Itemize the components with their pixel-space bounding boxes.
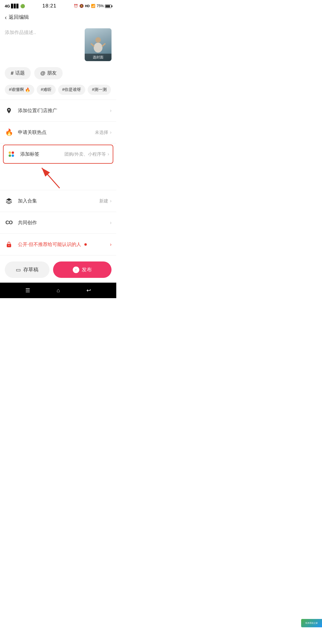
join-collection-menu-item[interactable]: 加入合集 新建 › [0,191,116,210]
status-right: ⏰ 🔕 HD 📶 75% [74,4,112,8]
hashtag-label: 话题 [15,70,25,76]
svg-line-3 [103,44,105,46]
location-icon [5,106,13,115]
hot-topic-value: 未选择 [95,130,108,135]
status-left: 4G ▋▋▋ 🟢 [5,4,25,8]
dots-icon [7,150,16,158]
co-icon: CO [5,219,13,227]
mention-label: 朋友 [47,70,57,76]
publish-upload-icon: ↑ [75,268,77,272]
location-arrow-icon: › [110,108,112,113]
divider-top [0,100,116,100]
battery-percent: 75% [97,4,104,8]
hot-topic-3[interactable]: #测一测 [88,85,111,95]
status-time: 18:21 [42,3,57,9]
divider-2 [0,143,116,143]
hot-topic-arrow-icon: › [110,130,112,135]
back-arrow-icon: ‹ [5,14,7,20]
divider-1 [0,121,116,122]
back-button[interactable]: ‹ 返回编辑 [5,14,29,21]
flame-icon: 🔥 [5,128,13,137]
publish-label: 发布 [82,266,92,273]
alarm-icon: ⏰ [74,4,78,8]
at-icon: @ [40,70,45,76]
hot-topic-menu-label: 申请关联热点 [18,129,95,136]
divider-5 [0,233,116,234]
page-wrapper: 4G ▋▋▋ 🟢 18:21 ⏰ 🔕 HD 📶 75% ‹ 返回编辑 添加作品描… [0,0,116,298]
hot-topic-0-label: #谁懂啊 [9,87,24,92]
draft-icon: ▭ [16,267,21,273]
back-label: 返回编辑 [9,14,29,21]
privacy-label: 公开·但不推荐给可能认识的人 [18,242,110,248]
description-area: 添加作品描述.. 选封面 [0,24,116,64]
status-bar: 4G ▋▋▋ 🟢 18:21 ⏰ 🔕 HD 📶 75% [0,0,116,11]
cover-thumbnail[interactable]: 选封面 [85,28,112,61]
mention-button[interactable]: @ 朋友 [34,67,63,79]
signal-text: 4G [5,4,10,8]
system-nav-bar: ☰ ⌂ ↩ [0,283,116,298]
nav-home-icon[interactable]: ⌂ [57,287,60,294]
battery-icon [105,4,112,8]
svg-point-0 [95,37,101,43]
hot-topic-2[interactable]: #你是谁呀 [58,85,86,95]
divider-4 [0,212,116,212]
svg-point-1 [94,43,103,52]
draft-label: 存草稿 [23,266,38,273]
add-tag-arrow-icon: › [108,151,109,157]
signal-bars-icon: ▋▋▋ [11,4,19,8]
arrow-annotation-container [0,165,116,189]
red-arrow-svg [36,165,95,189]
wechat-icon: 🟢 [20,4,25,8]
hot-topic-2-label: #你是谁呀 [62,87,81,92]
publish-button[interactable]: ↑ 发布 [53,261,112,278]
hashtag-icon: # [11,70,13,76]
hot-topic-0[interactable]: #谁懂啊 🔥 [5,85,34,95]
svg-point-5 [12,151,14,154]
cover-label: 选封面 [85,54,112,61]
hot-topic-3-label: #测一测 [92,87,107,92]
publish-icon-circle: ↑ [73,267,79,273]
hot-topics-row: #谁懂啊 🔥 #难听 #你是谁呀 #测一测 [0,82,116,98]
draft-button[interactable]: ▭ 存草稿 [5,261,49,278]
nav-menu-icon[interactable]: ☰ [25,287,30,294]
hashtag-button[interactable]: # 话题 [5,67,31,79]
nav-bar: ‹ 返回编辑 [0,11,116,24]
hd-icon: HD [85,4,90,8]
co-create-menu-item[interactable]: CO 共同创作 › [0,213,116,232]
divider-6 [0,255,116,256]
co-create-arrow-icon: › [110,220,112,225]
lock-icon [5,240,13,249]
divider-3 [0,190,116,190]
svg-point-7 [12,154,14,157]
privacy-dot [84,243,87,246]
add-tag-menu-item[interactable]: 添加标签 团购/外卖、小程序等 › [3,145,113,164]
wifi-icon: 📶 [91,4,95,8]
add-tag-value: 团购/外卖、小程序等 [64,151,106,157]
co-create-label: 共同创作 [18,220,110,226]
bottom-buttons: ▭ 存草稿 ↑ 发布 [0,257,116,283]
join-collection-label: 加入合集 [18,198,99,204]
add-tag-label: 添加标签 [20,151,64,157]
svg-point-4 [9,151,11,154]
join-collection-value: 新建 [99,198,108,204]
location-label: 添加位置/门店推广 [18,108,110,114]
hot-topic-1-label: #难听 [41,87,52,92]
location-menu-item[interactable]: 添加位置/门店推广 › [0,101,116,120]
svg-line-2 [91,44,94,46]
main-content: 添加作品描述.. 选封面 # 话题 [0,24,116,257]
svg-line-9 [42,168,60,188]
privacy-menu-item[interactable]: 公开·但不推荐给可能认识的人 › [0,235,116,254]
svg-point-6 [9,154,11,157]
nav-back-icon[interactable]: ↩ [86,287,91,294]
hot-topic-1[interactable]: #难听 [37,85,56,95]
privacy-arrow-icon: › [110,242,112,247]
tag-buttons-row: # 话题 @ 朋友 [0,64,116,82]
description-placeholder[interactable]: 添加作品描述.. [5,28,81,61]
hot-topic-menu-item[interactable]: 🔥 申请关联热点 未选择 › [0,123,116,142]
layers-icon [5,197,13,205]
mute-icon: 🔕 [79,4,84,8]
privacy-label-text: 公开·但不推荐给可能认识的人 [18,242,81,247]
join-collection-arrow-icon: › [110,198,112,204]
fire-icon-hot: 🔥 [25,87,30,92]
